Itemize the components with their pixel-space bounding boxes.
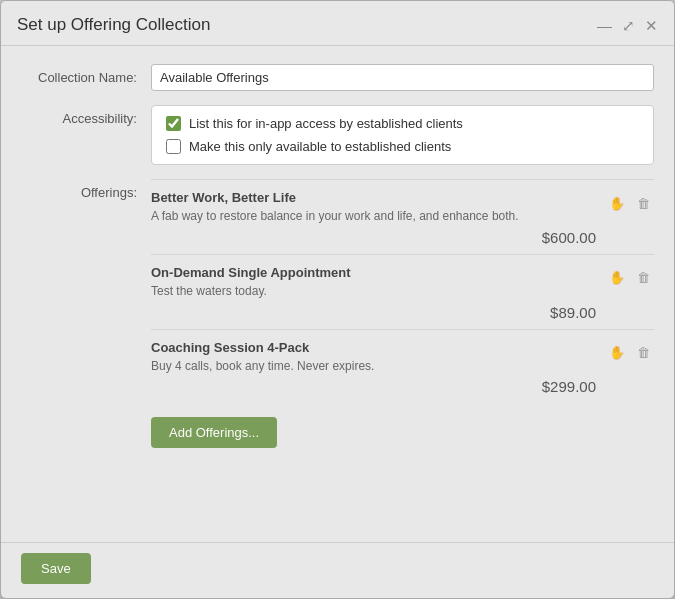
accessibility-option-1-label: List this for in-app access by establish… bbox=[189, 116, 463, 131]
offering-title-2: On-Demand Single Appointment bbox=[151, 265, 596, 280]
offering-body-3: Coaching Session 4-Pack Buy 4 calls, boo… bbox=[151, 340, 596, 396]
restore-button[interactable]: ⤢ bbox=[622, 18, 635, 33]
offering-desc-3: Buy 4 calls, book any time. Never expire… bbox=[151, 358, 596, 375]
drag-icon-1[interactable] bbox=[606, 192, 628, 214]
offering-price-2: $89.00 bbox=[151, 304, 596, 321]
offering-item-1: Better Work, Better Life A fab way to re… bbox=[151, 179, 654, 254]
offering-actions-3 bbox=[606, 340, 654, 364]
collection-name-input[interactable] bbox=[151, 64, 654, 91]
dialog-content: Collection Name: Accessibility: List thi… bbox=[1, 46, 674, 542]
offering-desc-1: A fab way to restore balance in your wor… bbox=[151, 208, 596, 225]
offering-actions-2 bbox=[606, 265, 654, 289]
dialog-footer: Save bbox=[1, 542, 674, 598]
offering-desc-2: Test the waters today. bbox=[151, 283, 596, 300]
accessibility-option-1[interactable]: List this for in-app access by establish… bbox=[166, 116, 639, 131]
delete-icon-2[interactable] bbox=[632, 267, 654, 289]
accessibility-label: Accessibility: bbox=[21, 105, 151, 126]
accessibility-option-2[interactable]: Make this only available to established … bbox=[166, 139, 639, 154]
collection-name-control bbox=[151, 64, 654, 91]
offerings-list: Better Work, Better Life A fab way to re… bbox=[151, 179, 654, 448]
offering-title-1: Better Work, Better Life bbox=[151, 190, 596, 205]
offering-actions-1 bbox=[606, 190, 654, 214]
accessibility-row: Accessibility: List this for in-app acce… bbox=[21, 105, 654, 165]
drag-icon-3[interactable] bbox=[606, 342, 628, 364]
offering-body-1: Better Work, Better Life A fab way to re… bbox=[151, 190, 596, 246]
offering-title-3: Coaching Session 4-Pack bbox=[151, 340, 596, 355]
offering-item-3: Coaching Session 4-Pack Buy 4 calls, boo… bbox=[151, 329, 654, 404]
offerings-label: Offerings: bbox=[21, 179, 151, 200]
minimize-button[interactable]: — bbox=[597, 18, 612, 33]
save-button[interactable]: Save bbox=[21, 553, 91, 584]
drag-icon-2[interactable] bbox=[606, 267, 628, 289]
collection-name-row: Collection Name: bbox=[21, 64, 654, 91]
accessibility-checkbox-1[interactable] bbox=[166, 116, 181, 131]
title-bar: Set up Offering Collection — ⤢ ✕ bbox=[1, 1, 674, 46]
dialog-title: Set up Offering Collection bbox=[17, 15, 210, 35]
accessibility-option-2-label: Make this only available to established … bbox=[189, 139, 451, 154]
offering-price-1: $600.00 bbox=[151, 229, 596, 246]
accessibility-box: List this for in-app access by establish… bbox=[151, 105, 654, 165]
collection-name-label: Collection Name: bbox=[21, 64, 151, 85]
add-offerings-button[interactable]: Add Offerings... bbox=[151, 417, 277, 448]
close-button[interactable]: ✕ bbox=[645, 18, 658, 33]
offering-body-2: On-Demand Single Appointment Test the wa… bbox=[151, 265, 596, 321]
window-controls: — ⤢ ✕ bbox=[597, 18, 658, 33]
offering-item-2: On-Demand Single Appointment Test the wa… bbox=[151, 254, 654, 329]
offering-price-3: $299.00 bbox=[151, 378, 596, 395]
accessibility-checkbox-2[interactable] bbox=[166, 139, 181, 154]
dialog: Set up Offering Collection — ⤢ ✕ Collect… bbox=[0, 0, 675, 599]
delete-icon-3[interactable] bbox=[632, 342, 654, 364]
delete-icon-1[interactable] bbox=[632, 192, 654, 214]
offerings-row: Offerings: Better Work, Better Life A fa… bbox=[21, 179, 654, 448]
